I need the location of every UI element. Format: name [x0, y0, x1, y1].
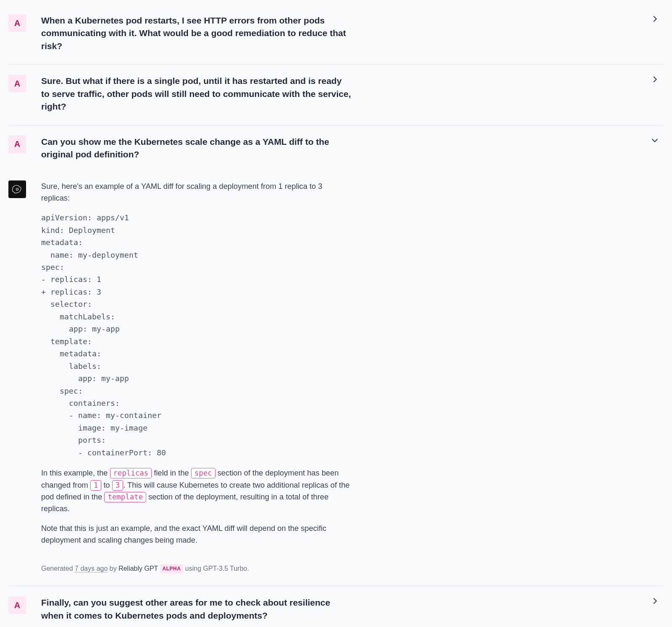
question-item[interactable]: A When a Kubernetes pod restarts, I see … [8, 4, 664, 65]
code-block: apiVersion: apps/v1 kind: Deployment met… [41, 212, 352, 459]
answer-item: Sure, here's an example of a YAML diff f… [8, 173, 664, 587]
user-avatar: A [8, 136, 26, 153]
timestamp: 7 days ago [75, 565, 108, 572]
ai-avatar [8, 180, 26, 198]
generator-name: Reliably GPT [118, 565, 158, 572]
answer-intro: Sure, here's an example of a YAML diff f… [41, 180, 352, 204]
user-avatar: A [8, 75, 26, 92]
question-item-expanded: A Can you show me the Kubernetes scale c… [8, 125, 664, 173]
question-summary: Sure. But what if there is a single pod,… [41, 75, 352, 113]
chevron-down-icon[interactable] [650, 136, 659, 148]
question-summary: Can you show me the Kubernetes scale cha… [41, 136, 352, 161]
chevron-right-icon[interactable] [650, 75, 659, 87]
chevron-right-icon[interactable] [650, 14, 659, 27]
user-avatar: A [8, 596, 26, 614]
answer-meta: Generated 7 days ago by Reliably GPT ALP… [41, 564, 352, 574]
inline-code: 1 [90, 480, 101, 491]
question-summary: When a Kubernetes pod restarts, I see HT… [41, 14, 352, 52]
inline-code: spec [191, 468, 215, 478]
svg-point-0 [16, 188, 18, 190]
conversation-thread: A When a Kubernetes pod restarts, I see … [8, 4, 664, 627]
question-item[interactable]: A Sure. But what if there is a single po… [8, 65, 664, 125]
inline-code: template [104, 492, 146, 502]
question-summary: Finally, can you suggest other areas for… [41, 596, 352, 622]
inline-code: 3 [112, 480, 123, 491]
alpha-badge: ALPHA [160, 564, 184, 574]
answer-note: Note that this is just an example, and t… [41, 522, 352, 546]
user-avatar: A [8, 14, 26, 32]
answer-explanation: In this example, the replicas field in t… [41, 467, 352, 515]
chevron-right-icon[interactable] [650, 596, 659, 609]
inline-code: replicas [110, 468, 152, 478]
question-item[interactable]: A Finally, can you suggest other areas f… [8, 586, 664, 627]
